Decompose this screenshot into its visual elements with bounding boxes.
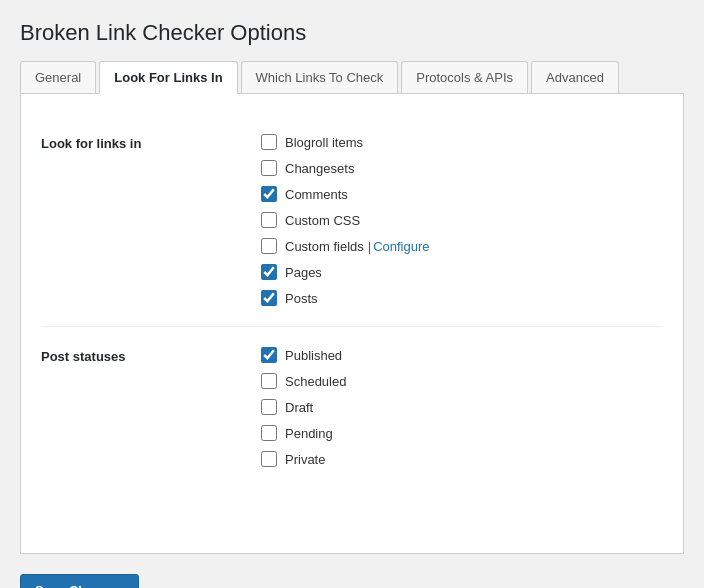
checkbox-row-custom-fields: Custom fields | Configure xyxy=(261,238,663,254)
look-for-links-controls: Blogroll items Changesets Comments Custo… xyxy=(261,134,663,306)
checkbox-row-pages: Pages xyxy=(261,264,663,280)
save-changes-button[interactable]: Save Changes xyxy=(20,574,139,588)
tab-which-links-to-check[interactable]: Which Links To Check xyxy=(241,61,399,93)
tab-look-for-links-in[interactable]: Look For Links In xyxy=(99,61,237,94)
checkbox-row-private: Private xyxy=(261,451,663,467)
blogroll-checkbox[interactable] xyxy=(261,134,277,150)
page-title: Broken Link Checker Options xyxy=(20,20,684,46)
published-checkbox[interactable] xyxy=(261,347,277,363)
checkbox-row-draft: Draft xyxy=(261,399,663,415)
tab-bar: General Look For Links In Which Links To… xyxy=(20,61,684,94)
tab-advanced[interactable]: Advanced xyxy=(531,61,619,93)
checkbox-row-changesets: Changesets xyxy=(261,160,663,176)
pipe-separator: | xyxy=(368,239,371,254)
configure-link[interactable]: Configure xyxy=(373,239,429,254)
custom-css-label[interactable]: Custom CSS xyxy=(285,213,360,228)
draft-checkbox[interactable] xyxy=(261,399,277,415)
content-area: Look for links in Blogroll items Changes… xyxy=(20,94,684,554)
posts-label[interactable]: Posts xyxy=(285,291,318,306)
blogroll-label[interactable]: Blogroll items xyxy=(285,135,363,150)
post-statuses-controls: Published Scheduled Draft Pending Privat… xyxy=(261,347,663,467)
look-for-links-label: Look for links in xyxy=(41,134,261,306)
post-statuses-label: Post statuses xyxy=(41,347,261,467)
published-label[interactable]: Published xyxy=(285,348,342,363)
custom-fields-label[interactable]: Custom fields xyxy=(285,239,364,254)
checkbox-row-published: Published xyxy=(261,347,663,363)
private-label[interactable]: Private xyxy=(285,452,325,467)
checkbox-row-blogroll: Blogroll items xyxy=(261,134,663,150)
checkbox-row-custom-css: Custom CSS xyxy=(261,212,663,228)
look-for-links-section: Look for links in Blogroll items Changes… xyxy=(41,114,663,327)
tab-protocols-apis[interactable]: Protocols & APIs xyxy=(401,61,528,93)
pages-label[interactable]: Pages xyxy=(285,265,322,280)
changesets-checkbox[interactable] xyxy=(261,160,277,176)
comments-checkbox[interactable] xyxy=(261,186,277,202)
pending-checkbox[interactable] xyxy=(261,425,277,441)
post-statuses-section: Post statuses Published Scheduled Draft … xyxy=(41,327,663,487)
scheduled-label[interactable]: Scheduled xyxy=(285,374,346,389)
custom-css-checkbox[interactable] xyxy=(261,212,277,228)
checkbox-row-scheduled: Scheduled xyxy=(261,373,663,389)
private-checkbox[interactable] xyxy=(261,451,277,467)
checkbox-row-comments: Comments xyxy=(261,186,663,202)
scheduled-checkbox[interactable] xyxy=(261,373,277,389)
comments-label[interactable]: Comments xyxy=(285,187,348,202)
pages-checkbox[interactable] xyxy=(261,264,277,280)
checkbox-row-posts: Posts xyxy=(261,290,663,306)
custom-fields-checkbox[interactable] xyxy=(261,238,277,254)
posts-checkbox[interactable] xyxy=(261,290,277,306)
tab-general[interactable]: General xyxy=(20,61,96,93)
checkbox-row-pending: Pending xyxy=(261,425,663,441)
draft-label[interactable]: Draft xyxy=(285,400,313,415)
pending-label[interactable]: Pending xyxy=(285,426,333,441)
changesets-label[interactable]: Changesets xyxy=(285,161,354,176)
